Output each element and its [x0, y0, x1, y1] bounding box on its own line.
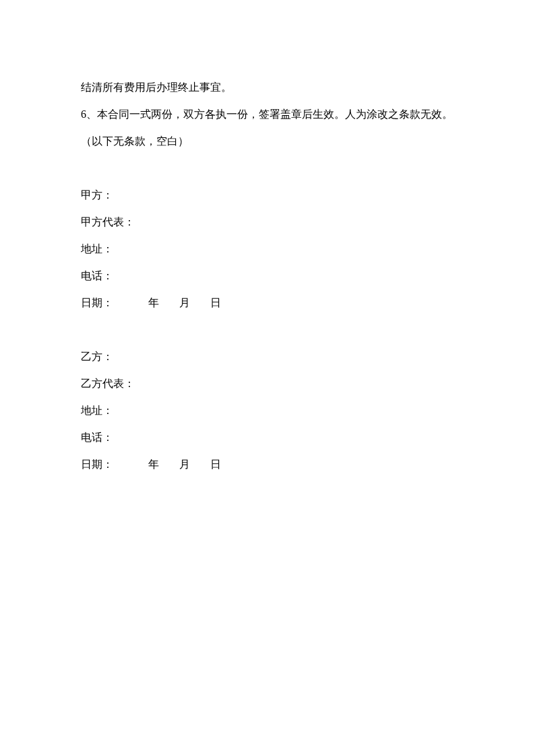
paragraph-line-1: 结清所有费用后办理终止事宜。: [81, 74, 454, 101]
party-a-month: 月: [179, 289, 190, 316]
blank-spacer-2: [81, 316, 454, 343]
party-b-date-label: 日期：: [81, 451, 113, 478]
party-a-addr: 地址：: [81, 236, 454, 263]
paragraph-line-3: （以下无条款，空白）: [81, 128, 454, 155]
party-a-date: 日期： 年 月 日: [81, 289, 454, 316]
party-b-day: 日: [210, 451, 221, 478]
party-b-addr: 地址：: [81, 397, 454, 424]
party-b-phone: 电话：: [81, 424, 454, 451]
party-a-rep: 甲方代表：: [81, 209, 454, 236]
party-b-rep: 乙方代表：: [81, 370, 454, 397]
party-a-title: 甲方：: [81, 182, 454, 209]
blank-spacer: [81, 155, 454, 182]
paragraph-line-2: 6、本合同一式两份，双方各执一份，签署盖章后生效。人为涂改之条款无效。: [81, 101, 454, 128]
party-a-phone: 电话：: [81, 263, 454, 289]
party-b-year: 年: [148, 451, 159, 478]
party-b-date: 日期： 年 月 日: [81, 451, 454, 478]
party-a-day: 日: [210, 289, 221, 316]
party-a-year: 年: [148, 289, 159, 316]
party-a-date-label: 日期：: [81, 289, 113, 316]
party-b-title: 乙方：: [81, 343, 454, 370]
party-b-month: 月: [179, 451, 190, 478]
